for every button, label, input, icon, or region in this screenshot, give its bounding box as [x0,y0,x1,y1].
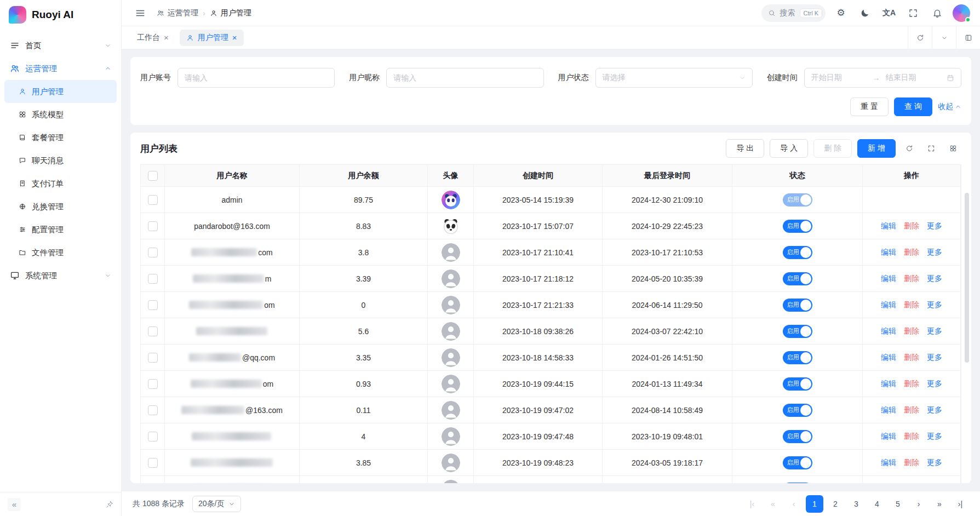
export-button[interactable]: 导 出 [726,139,764,158]
sidebar-item-payment-orders[interactable]: 支付订单 [4,172,117,195]
status-toggle[interactable]: 启用 [783,220,812,233]
column-settings-button[interactable] [945,140,961,157]
row-action-edit[interactable]: 编辑 [881,221,896,231]
row-action-more[interactable]: 更多 [927,379,942,389]
page-4-button[interactable]: 4 [868,495,886,513]
tab-workbench[interactable]: 工作台 × [130,30,175,46]
row-checkbox[interactable] [148,221,158,231]
app-logo[interactable]: Ruoyi AI [0,0,121,30]
row-action-more[interactable]: 更多 [927,300,942,310]
row-checkbox[interactable] [148,248,158,257]
row-checkbox[interactable] [148,353,158,363]
breadcrumb-user-management[interactable]: 用户管理 [210,8,251,18]
row-action-delete[interactable]: 删除 [904,353,919,363]
sidebar-item-system-management[interactable]: 系统管理 [4,264,117,287]
row-action-delete[interactable]: 删除 [904,221,919,231]
row-action-delete[interactable]: 删除 [904,248,919,257]
page-5-button[interactable]: 5 [889,495,907,513]
status-toggle[interactable]: 启用 [783,404,812,417]
row-action-more[interactable]: 更多 [927,326,942,336]
row-action-delete[interactable]: 删除 [904,326,919,336]
delete-button[interactable]: 删 除 [813,139,852,158]
first-page-button[interactable]: |‹ [743,495,761,513]
fullscreen-button[interactable] [904,4,922,22]
row-checkbox[interactable] [148,405,158,415]
sidebar-item-config-management[interactable]: 配置管理 [4,218,117,241]
row-action-delete[interactable]: 删除 [904,300,919,310]
row-action-more[interactable]: 更多 [927,248,942,257]
row-checkbox[interactable] [148,458,158,468]
select-all-checkbox[interactable] [148,171,158,181]
sidebar-item-operations[interactable]: 运营管理 [4,57,117,80]
row-checkbox[interactable] [148,300,158,310]
status-toggle[interactable]: 启用 [783,272,812,285]
row-action-edit[interactable]: 编辑 [881,353,896,363]
sidebar-item-user-management[interactable]: 用户管理 [4,80,117,103]
row-action-delete[interactable]: 删除 [904,274,919,284]
row-action-edit[interactable]: 编辑 [881,248,896,257]
status-toggle[interactable]: 启用 [783,325,812,338]
reset-button[interactable]: 重 置 [850,98,889,116]
tab-user-management[interactable]: 用户管理 × [180,30,244,46]
collapse-filter-link[interactable]: 收起 [938,102,961,112]
sidebar-collapse-button[interactable]: « [8,498,21,511]
sidebar-item-chat-messages[interactable]: 聊天消息 [4,149,117,172]
row-checkbox[interactable] [148,432,158,442]
row-action-edit[interactable]: 编辑 [881,274,896,284]
status-toggle[interactable]: 启用 [783,377,812,391]
tab-options-button[interactable] [932,26,956,49]
row-action-edit[interactable]: 编辑 [881,458,896,468]
last-page-button[interactable]: ›| [952,495,969,513]
add-button[interactable]: 新 增 [857,139,896,158]
status-toggle[interactable]: 启用 [783,193,812,207]
notifications-button[interactable] [929,4,946,22]
sidebar-item-package-management[interactable]: 套餐管理 [4,126,117,149]
row-checkbox[interactable] [148,379,158,389]
user-avatar-button[interactable] [953,4,970,22]
status-toggle[interactable]: 启用 [783,456,812,469]
global-search[interactable]: 搜索 Ctrl K [761,4,826,22]
refresh-list-button[interactable] [901,140,918,157]
row-action-more[interactable]: 更多 [927,221,942,231]
prev-page-button[interactable]: ‹ [785,495,803,513]
settings-button[interactable]: ⚙ [832,4,850,22]
query-button[interactable]: 查 询 [894,98,932,116]
row-action-delete[interactable]: 删除 [904,405,919,415]
prev-5-pages-button[interactable]: « [764,495,782,513]
row-action-more[interactable]: 更多 [927,458,942,468]
row-action-delete[interactable]: 删除 [904,432,919,442]
sidebar-item-home[interactable]: 首页 [4,34,117,57]
table-fullscreen-button[interactable] [923,140,939,157]
close-icon[interactable]: × [232,33,237,42]
row-action-more[interactable]: 更多 [927,353,942,363]
status-toggle[interactable]: 启用 [783,351,812,364]
row-action-more[interactable]: 更多 [927,405,942,415]
row-action-edit[interactable]: 编辑 [881,405,896,415]
sidebar-item-file-management[interactable]: 文件管理 [4,241,117,264]
sidebar-item-system-model[interactable]: 系统模型 [4,103,117,126]
row-action-edit[interactable]: 编辑 [881,300,896,310]
page-size-select[interactable]: 20条/页 [192,496,241,512]
row-action-edit[interactable]: 编辑 [881,379,896,389]
sidebar-toggle-button[interactable] [131,4,149,22]
table-scrollbar[interactable] [965,193,969,363]
breadcrumb-operations[interactable]: 运营管理 [157,8,198,18]
row-action-delete[interactable]: 删除 [904,379,919,389]
page-3-button[interactable]: 3 [847,495,865,513]
row-checkbox[interactable] [148,326,158,336]
close-icon[interactable]: × [164,33,169,42]
layout-button[interactable] [956,26,980,49]
account-input[interactable] [177,68,335,88]
language-button[interactable]: 文A [880,4,898,22]
row-checkbox[interactable] [148,274,158,284]
sidebar-item-exchange-management[interactable]: 兑换管理 [4,195,117,218]
status-toggle[interactable]: 启用 [783,246,812,259]
page-1-button[interactable]: 1 [806,495,823,513]
row-checkbox[interactable] [148,195,158,205]
next-page-button[interactable]: › [910,495,927,513]
row-action-delete[interactable]: 删除 [904,458,919,468]
status-toggle[interactable]: 启用 [783,430,812,443]
row-action-more[interactable]: 更多 [927,274,942,284]
refresh-tab-button[interactable] [908,26,932,49]
pin-sidebar-button[interactable] [106,501,113,508]
